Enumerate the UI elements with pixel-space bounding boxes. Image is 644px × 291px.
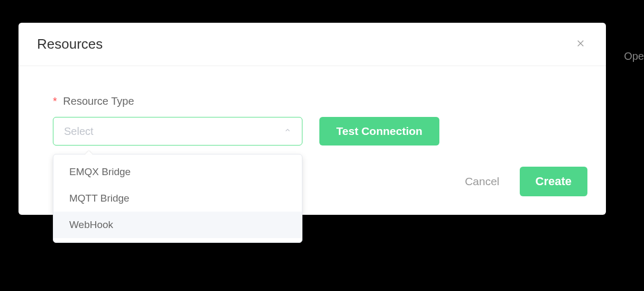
resource-type-dropdown: EMQX BridgeMQTT BridgeWebHook xyxy=(53,154,302,243)
resource-type-label-text: Resource Type xyxy=(63,95,134,107)
modal-title: Resources xyxy=(37,36,103,52)
dropdown-option[interactable]: EMQX Bridge xyxy=(53,159,302,185)
cancel-button[interactable]: Cancel xyxy=(455,169,509,194)
form-row: Select EMQX BridgeMQTT BridgeWebHook Tes… xyxy=(53,117,587,146)
dropdown-option[interactable]: WebHook xyxy=(53,212,302,238)
close-button[interactable] xyxy=(574,37,587,52)
dropdown-option[interactable]: MQTT Bridge xyxy=(53,185,302,212)
modal-header: Resources xyxy=(19,23,606,66)
dropdown-arrow xyxy=(85,151,93,154)
required-indicator: * xyxy=(53,95,57,107)
close-icon xyxy=(576,39,585,50)
resource-type-select[interactable]: Select xyxy=(53,117,302,146)
background-partial-text: Ope xyxy=(624,50,644,62)
resource-type-select-wrap: Select EMQX BridgeMQTT BridgeWebHook xyxy=(53,117,302,146)
resource-type-label: * Resource Type xyxy=(53,95,587,107)
chevron-up-icon xyxy=(284,126,291,136)
resources-modal: Resources * Resource Type Select xyxy=(19,23,606,215)
select-placeholder: Select xyxy=(64,125,94,138)
modal-body: * Resource Type Select EMQX BridgeMQTT B… xyxy=(19,66,606,161)
create-button[interactable]: Create xyxy=(520,167,587,196)
test-connection-button[interactable]: Test Connection xyxy=(319,117,439,146)
